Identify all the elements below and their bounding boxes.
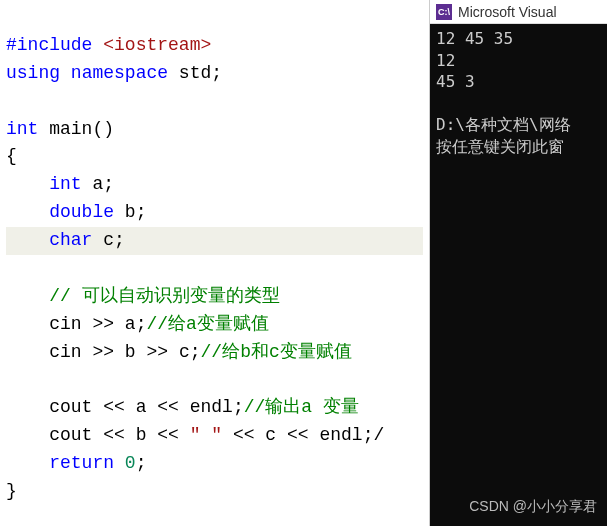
console-title-bar[interactable]: C:\ Microsoft Visual <box>430 0 607 24</box>
string-space: " " <box>190 425 222 445</box>
var-b: b <box>125 202 136 222</box>
cin-1: cin <box>49 314 81 334</box>
comment-types: // 可以自动识别变量的类型 <box>49 286 279 306</box>
console-title: Microsoft Visual <box>458 4 557 20</box>
preproc-include: #include <box>6 35 92 55</box>
console-path: D:\各种文档\网络 <box>436 115 571 134</box>
comment-cin-bc: //给b和c变量赋值 <box>201 342 352 362</box>
include-lib: <iostream> <box>103 35 211 55</box>
return-zero: 0 <box>125 453 136 473</box>
cin-2: cin <box>49 342 81 362</box>
comment-cin-a: //给a变量赋值 <box>146 314 268 334</box>
vs-icon: C:\ <box>436 4 452 20</box>
cout2-trail: ;/ <box>363 425 385 445</box>
console-line-3: 45 3 <box>436 72 475 91</box>
console-output[interactable]: 12 45 35 12 45 3 D:\各种文档\网络 按任意键关闭此窗 <box>430 24 607 526</box>
semicolon: ; <box>211 63 222 83</box>
console-line-1: 12 45 35 <box>436 29 513 48</box>
cout-2: cout <box>49 425 92 445</box>
cout-1: cout <box>49 397 92 417</box>
console-line-2: 12 <box>436 51 455 70</box>
code-editor[interactable]: #include <iostream> using namespace std;… <box>0 0 430 526</box>
brace-open: { <box>6 146 17 166</box>
brace-close: } <box>6 481 17 501</box>
kw-using: using <box>6 63 60 83</box>
type-char: char <box>49 230 92 250</box>
console-prompt: 按任意键关闭此窗 <box>436 137 564 156</box>
console-window: C:\ Microsoft Visual 12 45 35 12 45 3 D:… <box>430 0 607 526</box>
kw-return: return <box>49 453 114 473</box>
comment-cout-a: //输出a 变量 <box>244 397 359 417</box>
fn-main: main <box>49 119 92 139</box>
type-int: int <box>6 119 38 139</box>
var-a: a <box>92 174 103 194</box>
var-c: c <box>103 230 114 250</box>
kw-namespace: namespace <box>71 63 168 83</box>
ns-std: std <box>179 63 211 83</box>
type-double: double <box>49 202 114 222</box>
paren-empty: () <box>92 119 114 139</box>
type-int-a: int <box>49 174 81 194</box>
